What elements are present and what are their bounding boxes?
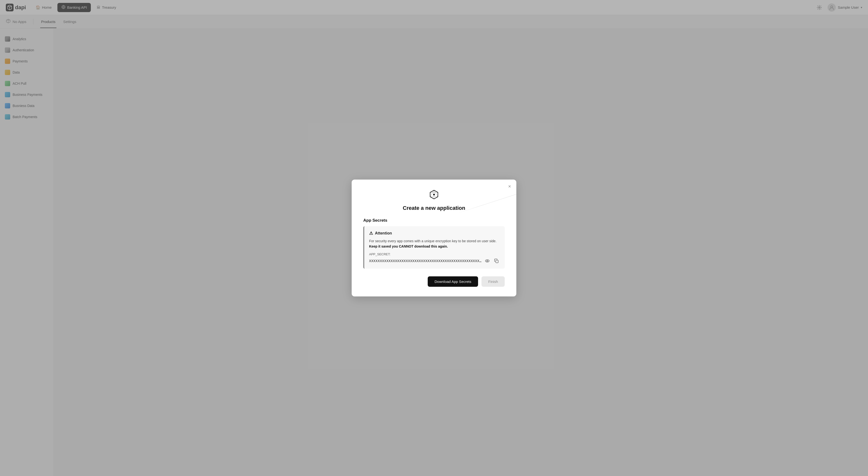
finish-button[interactable]: Finish — [482, 276, 505, 287]
modal-close-button[interactable]: × — [508, 184, 511, 189]
attention-header: ⚠ Attention — [369, 231, 500, 236]
svg-point-11 — [487, 260, 488, 262]
modal-header: Create a new application — [363, 189, 505, 211]
attention-body-bold: Keep it saved you CANNOT download this a… — [369, 244, 448, 248]
svg-point-10 — [485, 260, 489, 262]
secret-label: APP_SECRET: — [369, 252, 500, 256]
modal: × Create a new application App Secrets ⚠… — [352, 179, 516, 297]
app-secrets-section: App Secrets ⚠ Attention For security eve… — [363, 218, 505, 269]
eye-icon — [485, 259, 490, 263]
download-app-secrets-button[interactable]: Download App Secrets — [428, 276, 478, 287]
svg-rect-12 — [496, 260, 498, 263]
attention-title-text: Attention — [375, 231, 392, 235]
modal-overlay: × Create a new application App Secrets ⚠… — [0, 0, 868, 476]
svg-point-9 — [433, 194, 435, 195]
attention-box: ⚠ Attention For security every app comes… — [363, 226, 505, 269]
attention-body-normal: For security every app comes with a uniq… — [369, 239, 496, 243]
attention-icon: ⚠ — [369, 231, 373, 236]
copy-button[interactable] — [493, 258, 500, 264]
modal-footer: Download App Secrets Finish — [363, 276, 505, 287]
attention-body: For security every app comes with a uniq… — [369, 238, 500, 249]
modal-title: Create a new application — [403, 205, 465, 211]
app-secrets-title: App Secrets — [363, 218, 505, 223]
secret-row: XXXXXXXXXXXXXXXXXXXXXXXXXXXXXXXXXXXXXXXX… — [369, 258, 500, 264]
modal-app-icon — [429, 189, 439, 202]
secret-value: XXXXXXXXXXXXXXXXXXXXXXXXXXXXXXXXXXXXXXXX… — [369, 259, 482, 263]
copy-icon — [494, 259, 499, 263]
toggle-visibility-button[interactable] — [484, 258, 491, 264]
